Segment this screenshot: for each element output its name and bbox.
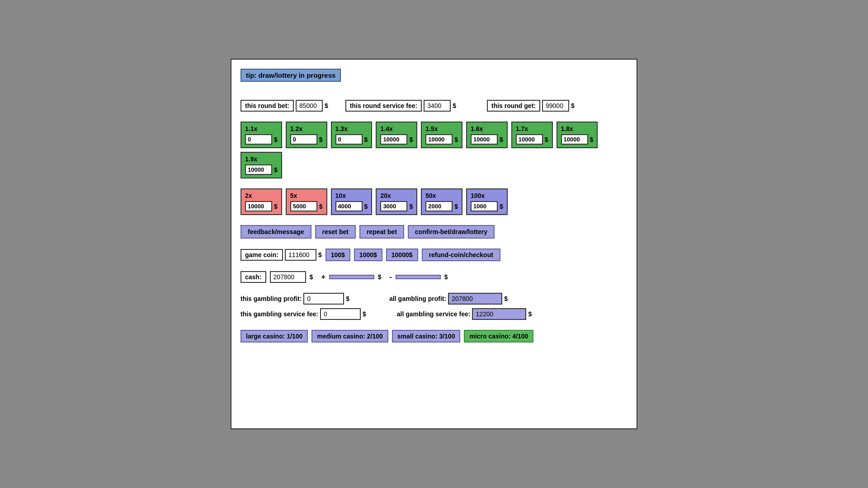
- round-get-label: this round get:: [487, 100, 540, 112]
- mult-box-row1-2[interactable]: 1.3x 0 $: [331, 122, 373, 148]
- this-fee-label: this gambling service fee:: [241, 310, 318, 318]
- medium-casino-button[interactable]: medium casino: 2/100: [311, 330, 388, 343]
- bet-unit: $: [364, 136, 368, 143]
- bet-unit: $: [454, 136, 458, 143]
- confirm-bet-button[interactable]: confirm-bet/draw/lottery: [408, 225, 495, 239]
- coin-10000-button[interactable]: 10000$: [386, 249, 418, 261]
- mult-box-row2-0[interactable]: 2x 10000 $: [241, 188, 282, 215]
- mult-label: 1.4x: [380, 125, 413, 132]
- bet-unit: $: [545, 136, 548, 143]
- bet-unit: $: [364, 203, 368, 210]
- bet-value: 0: [335, 134, 363, 145]
- mult-box-row1-7[interactable]: 1.8x 10000 $: [557, 122, 598, 148]
- all-fee-value: 12200: [472, 308, 526, 320]
- bet-unit: $: [319, 203, 323, 210]
- mult-box-row2-1[interactable]: 5x 5000 $: [286, 188, 327, 215]
- large-casino-button[interactable]: large casino: 1/100: [241, 330, 308, 343]
- coin-label-group: game coin: 111600 $: [241, 249, 322, 261]
- bet-unit: $: [274, 166, 278, 174]
- bet-unit: $: [454, 203, 458, 210]
- feedback-button[interactable]: feedback/message: [241, 225, 311, 239]
- bet-value: 5000: [290, 201, 317, 211]
- action-buttons-row: feedback/message reset bet repeat bet co…: [241, 225, 627, 239]
- cash-add-unit: $: [378, 273, 382, 281]
- bet-unit: $: [500, 136, 503, 143]
- bet-value: 3000: [380, 201, 407, 211]
- cash-plus: +: [321, 273, 325, 281]
- this-profit-group: this gambling profit: 0 $: [241, 293, 349, 305]
- mult-box-row1-5[interactable]: 1.6x 10000 $: [466, 122, 508, 148]
- mult-box-row1-3[interactable]: 1.4x 10000 $: [376, 122, 417, 148]
- bet-value: 10000: [245, 164, 272, 175]
- mult-label: 1.5x: [425, 125, 458, 132]
- mult-box-row2-4[interactable]: 50x 2000 $: [421, 188, 462, 215]
- this-profit-unit: $: [346, 295, 349, 302]
- bet-unit: $: [319, 136, 323, 143]
- mult-label: 1.8x: [561, 125, 594, 132]
- service-fee-row: this gambling service fee: 0 $ all gambl…: [241, 308, 627, 320]
- this-fee-group: this gambling service fee: 0 $: [241, 308, 366, 320]
- casino-row: large casino: 1/100 medium casino: 2/100…: [241, 330, 627, 343]
- all-fee-unit: $: [528, 310, 532, 318]
- reset-bet-button[interactable]: reset bet: [315, 225, 356, 239]
- mult-box-row2-2[interactable]: 10x 4000 $: [331, 188, 373, 215]
- round-bet-label: this round bet:: [241, 100, 294, 112]
- bet-unit: $: [409, 136, 413, 143]
- bet-value: 10000: [471, 134, 498, 145]
- refund-button[interactable]: refund-coin/checkout: [422, 249, 500, 261]
- bet-value: 10000: [380, 134, 407, 145]
- cash-unit: $: [310, 273, 313, 281]
- cash-minus: -: [390, 273, 392, 281]
- this-profit-value: 0: [303, 293, 344, 305]
- round-bet-unit: $: [325, 102, 328, 109]
- mult-label: 1.2x: [290, 125, 323, 132]
- bet-value: 4000: [335, 201, 363, 211]
- cash-add-input[interactable]: [329, 275, 374, 279]
- cash-sub-input[interactable]: [396, 275, 441, 279]
- mult-box-row2-3[interactable]: 20x 3000 $: [376, 188, 417, 215]
- all-fee-label: all gambling service fee:: [397, 310, 471, 318]
- mult-label: 1.6x: [471, 125, 503, 132]
- mult-box-row1-4[interactable]: 1.5x 10000 $: [421, 122, 462, 148]
- bet-unit: $: [409, 203, 413, 210]
- coin-row: game coin: 111600 $ 100$ 1000$ 10000$ re…: [241, 249, 627, 261]
- cash-row: cash: 207800 $ + $ - $: [241, 271, 627, 283]
- coin-100-button[interactable]: 100$: [326, 249, 350, 261]
- bet-value: 10000: [561, 134, 588, 145]
- mult-box-row1-0[interactable]: 1.1x 0 $: [241, 122, 282, 148]
- coin-value: 111600: [285, 249, 316, 261]
- this-profit-label: this gambling profit:: [241, 295, 302, 302]
- round-fee-group: this round service fee: 3400 $: [345, 100, 456, 112]
- all-profit-value: 207800: [448, 293, 502, 305]
- multiplier-row2: 2x 10000 $ 5x 5000 $ 10x 4000 $ 20x 3000…: [241, 188, 627, 215]
- small-casino-button[interactable]: small casino: 3/100: [392, 330, 461, 343]
- coin-unit: $: [318, 251, 322, 258]
- cash-value: 207800: [270, 271, 306, 283]
- micro-casino-button[interactable]: micro casino: 4/100: [464, 330, 533, 343]
- mult-box-row1-1[interactable]: 1.2x 0 $: [286, 122, 327, 148]
- round-fee-value: 3400: [424, 100, 451, 112]
- round-get-value: 99000: [542, 100, 569, 112]
- all-profit-label: all gambling profit:: [389, 295, 446, 302]
- cash-sub-unit: $: [444, 273, 448, 281]
- coin-1000-button[interactable]: 1000$: [354, 249, 382, 261]
- tip-bar: tip: draw/lottery in progress: [241, 69, 341, 82]
- mult-box-row1-8[interactable]: 1.9x 10000 $: [241, 152, 282, 178]
- multiplier-row1: 1.1x 0 $ 1.2x 0 $ 1.3x 0 $ 1.4x 10000 $: [241, 122, 627, 178]
- bet-value: 10000: [516, 134, 543, 145]
- cash-label: cash:: [241, 271, 266, 283]
- mult-label: 50x: [425, 192, 458, 199]
- round-get-unit: $: [571, 102, 575, 109]
- bet-value: 10000: [425, 134, 453, 145]
- mult-label: 20x: [380, 192, 413, 199]
- round-fee-unit: $: [453, 102, 456, 109]
- round-get-group: this round get: 99000 $: [487, 100, 575, 112]
- bet-value: 10000: [245, 201, 272, 211]
- round-bet-group: this round bet: 85000 $: [241, 100, 328, 112]
- mult-box-row2-5[interactable]: 100x 1000 $: [466, 188, 508, 215]
- all-profit-unit: $: [504, 295, 508, 302]
- bet-unit: $: [274, 203, 278, 210]
- repeat-bet-button[interactable]: repeat bet: [359, 225, 404, 239]
- mult-box-row1-6[interactable]: 1.7x 10000 $: [511, 122, 553, 148]
- mult-label: 1.9x: [245, 155, 278, 163]
